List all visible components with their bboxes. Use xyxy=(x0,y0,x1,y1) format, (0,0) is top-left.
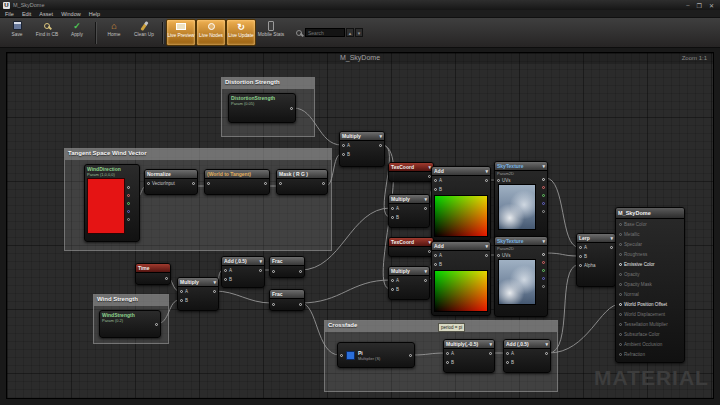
pin-output[interactable] xyxy=(264,182,267,185)
pin-output[interactable] xyxy=(290,107,293,110)
pin-input-alpha[interactable] xyxy=(579,264,582,267)
minimize-button[interactable]: – xyxy=(686,2,689,9)
pin-input-a[interactable] xyxy=(391,207,394,210)
pin-input-a[interactable] xyxy=(506,352,509,355)
pin-output-r[interactable] xyxy=(542,186,545,189)
apply-button[interactable]: ✓ Apply xyxy=(62,19,92,46)
output-pin-ambient-occlusion[interactable]: Ambient Occlusion xyxy=(616,339,684,349)
node-distortionstrength-param[interactable]: DistortionStrength Param (0.05) xyxy=(228,93,296,123)
output-pin-specular[interactable]: Specular xyxy=(616,239,684,249)
node-texcoord-1[interactable]: TexCoord xyxy=(388,162,434,182)
pin-input-b[interactable] xyxy=(579,255,582,258)
node-add-uv1[interactable]: Add A B xyxy=(431,166,491,241)
clean-up-button[interactable]: Clean Up xyxy=(129,19,159,46)
pin-input-b[interactable] xyxy=(446,361,449,364)
live-nodes-button[interactable]: Live Nodes xyxy=(196,19,226,46)
pin-output[interactable] xyxy=(259,269,262,272)
pin-output[interactable] xyxy=(322,182,325,185)
pin-input-a[interactable] xyxy=(446,352,449,355)
pin-input-a[interactable] xyxy=(342,144,345,147)
pin-output[interactable] xyxy=(155,323,158,326)
pin-input-a[interactable] xyxy=(180,290,183,293)
search-next-button[interactable]: ▾ xyxy=(355,28,363,37)
home-button[interactable]: ⌂ Home xyxy=(99,19,129,46)
pin-output[interactable] xyxy=(485,254,488,257)
pin-input-b[interactable] xyxy=(224,278,227,281)
pin-output[interactable] xyxy=(409,354,412,357)
pin-input-uvs[interactable] xyxy=(497,179,500,182)
node-add-crossfade[interactable]: Add (,0.5) A B xyxy=(503,339,551,373)
pin-input-b[interactable] xyxy=(342,153,345,156)
node-mask-rg[interactable]: Mask ( R G ) xyxy=(276,169,328,195)
pin-input[interactable] xyxy=(147,182,150,185)
output-pin-subsurface-color[interactable]: Subsurface Color xyxy=(616,329,684,339)
pin-output-g[interactable] xyxy=(542,269,545,272)
menu-window[interactable]: Window xyxy=(61,11,81,17)
output-pin-metallic[interactable]: Metallic xyxy=(616,229,684,239)
pin-output-a[interactable] xyxy=(542,210,545,213)
output-pin-world-displacement[interactable]: World Displacement xyxy=(616,309,684,319)
menu-help[interactable]: Help xyxy=(89,11,100,17)
node-pi-function[interactable]: Pi Multiplier (S) xyxy=(337,342,415,368)
pin-input[interactable] xyxy=(272,270,275,273)
pin-input-uvs[interactable] xyxy=(497,254,500,257)
mobile-stats-button[interactable]: Mobile Stats xyxy=(256,19,286,46)
output-pin-emissive-color[interactable]: Emissive Color xyxy=(616,259,684,269)
node-add-uv2[interactable]: Add A B xyxy=(431,241,491,316)
pin-input-b[interactable] xyxy=(506,361,509,364)
find-in-cb-button[interactable]: Find in CB xyxy=(32,19,62,46)
pin-input[interactable] xyxy=(340,354,343,357)
pin-output[interactable] xyxy=(424,207,427,210)
pin-input-b[interactable] xyxy=(434,188,437,191)
node-frac-1[interactable]: Frac xyxy=(269,256,305,278)
menu-asset[interactable]: Asset xyxy=(39,11,53,17)
node-multiply-wind[interactable]: Multiply A B xyxy=(339,131,385,167)
pin-input-b[interactable] xyxy=(180,299,183,302)
pin-input[interactable] xyxy=(279,182,282,185)
pin-output-a[interactable] xyxy=(542,285,545,288)
pin-output[interactable] xyxy=(299,270,302,273)
pin-output[interactable] xyxy=(192,182,195,185)
node-normalize[interactable]: Normalize VectorInput xyxy=(144,169,198,195)
pin-output-r[interactable] xyxy=(127,194,130,197)
node-texcoord-2[interactable]: TexCoord xyxy=(388,237,434,257)
node-multiply-crossfade[interactable]: Multiply(,-0.5) A B xyxy=(443,339,495,373)
search-input[interactable] xyxy=(305,28,345,37)
save-button[interactable]: Save xyxy=(2,19,32,46)
output-pin-tessellation-multiplier[interactable]: Tessellation Multiplier xyxy=(616,319,684,329)
node-windstrength-param[interactable]: WindStrength Param (0.2) xyxy=(99,310,161,338)
pin-input-b[interactable] xyxy=(434,263,437,266)
pin-input-b[interactable] xyxy=(391,288,394,291)
menu-file[interactable]: File xyxy=(5,11,14,17)
pin-output[interactable] xyxy=(485,179,488,182)
pin-input-a[interactable] xyxy=(391,279,394,282)
node-multiply-pan2[interactable]: Multiply A B xyxy=(388,266,430,300)
pin-output[interactable] xyxy=(213,290,216,293)
output-pin-refraction[interactable]: Refraction xyxy=(616,349,684,359)
pin-output[interactable] xyxy=(424,279,427,282)
node-material-output[interactable]: M_SkyDome Base Color Metallic Specular R… xyxy=(615,207,685,363)
node-lerp[interactable]: Lerp A B Alpha xyxy=(576,233,616,287)
pin-output-g[interactable] xyxy=(127,202,130,205)
node-world-to-tangent[interactable]: (World to Tangent) xyxy=(204,169,270,195)
pin-output[interactable] xyxy=(165,277,168,280)
pin-input-a[interactable] xyxy=(579,246,582,249)
pin-input-a[interactable] xyxy=(434,179,437,182)
live-preview-button[interactable]: Live Preview xyxy=(166,19,196,46)
search-prev-button[interactable]: ▴ xyxy=(346,28,354,37)
node-skytexture-2[interactable]: SkyTexture Param2D UVs xyxy=(494,236,548,317)
node-add-phase[interactable]: Add (,0.5) A B xyxy=(221,256,265,288)
pin-output-b[interactable] xyxy=(542,277,545,280)
pin-input[interactable] xyxy=(272,303,275,306)
output-pin-base-color[interactable]: Base Color xyxy=(616,219,684,229)
pin-output-rgb[interactable] xyxy=(127,186,130,189)
pin-output-a[interactable] xyxy=(127,218,130,221)
maximize-button[interactable]: ❐ xyxy=(697,2,702,9)
pin-input-b[interactable] xyxy=(391,216,394,219)
pin-output[interactable] xyxy=(489,352,492,355)
node-multiply-time[interactable]: Multiply A B xyxy=(177,277,219,311)
pin-output[interactable] xyxy=(379,144,382,147)
pin-output[interactable] xyxy=(545,352,548,355)
output-pin-opacity-mask[interactable]: Opacity Mask xyxy=(616,279,684,289)
pin-output-b[interactable] xyxy=(127,210,130,213)
